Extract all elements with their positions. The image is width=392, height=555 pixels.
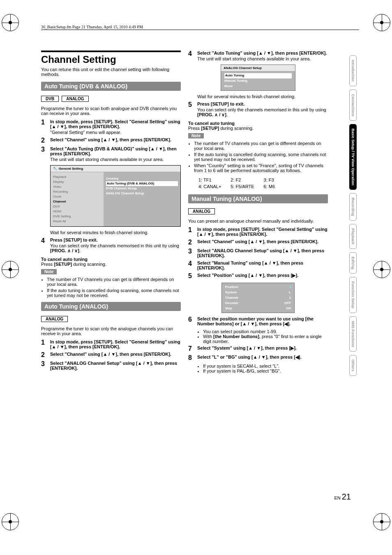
tab-connections: Connections xyxy=(349,90,357,121)
left-column: Channel Setting You can retune this unit… xyxy=(41,51,181,375)
tag-dvb: DVB xyxy=(41,96,59,102)
section1-steps: 1In stop mode, press [SETUP]. Select "Ge… xyxy=(41,119,181,162)
tag-analog-3: ANALOG xyxy=(188,208,215,214)
section-auto-tuning-analog: Auto Tuning (ANALOG) xyxy=(41,302,181,311)
registration-mark-tl xyxy=(2,14,19,31)
registration-mark-mr xyxy=(373,261,390,278)
right-column: 4Select "Auto Tuning" using [▲ / ▼], the… xyxy=(188,51,328,375)
osd-analog-channel-setup: ANALOG Channel Setup Auto Tuning Manual … xyxy=(221,64,295,91)
note-label: Note xyxy=(41,269,57,274)
wrench-icon: 🔧 xyxy=(53,167,57,170)
section1-wait: Wait for several minutes to finish chann… xyxy=(50,230,181,235)
tab-introduction: Introduction xyxy=(349,55,357,86)
tab-editing: Editing xyxy=(349,252,357,274)
france-channel-table: 1: TF12: F23: F3 4: CANAL+5: F5/ARTE6: M… xyxy=(197,176,284,190)
section1-notes: The number of TV channels you can get is… xyxy=(41,277,181,298)
side-tabs: Introduction Connections Basic Setup / T… xyxy=(349,55,361,379)
section2-steps: 1In stop mode, press [SETUP]. Select "Ge… xyxy=(41,339,181,371)
section-manual-tuning-analog: Manual Tuning (ANALOG) xyxy=(188,194,328,203)
section1-intro: Programme the tuner to scan both analogu… xyxy=(41,106,181,116)
tab-recording: Recording xyxy=(349,193,357,221)
registration-mark-tr xyxy=(373,14,390,31)
osd-manual-tuning: Position1 SystemL Channel1 DecoderOFF Sk… xyxy=(221,283,295,313)
tab-function-setup: Function Setup xyxy=(349,277,357,313)
section-auto-tuning-dvb-analog: Auto Tuning (DVB & ANALOG) xyxy=(41,82,181,91)
tab-others: Others xyxy=(349,355,357,376)
page-subtitle: You can retune this unit or edit the cha… xyxy=(41,67,181,77)
page-header-line: 30_BasicSetup.fm Page 21 Thursday, April… xyxy=(41,25,359,30)
tab-basic-setup: Basic Setup / TV View Operation xyxy=(349,124,357,190)
page-number: EN 21 xyxy=(334,492,351,502)
section2b-wait: Wait for several minutes to finish chann… xyxy=(197,94,328,99)
tab-playback: Playback xyxy=(349,224,357,249)
registration-mark-ml xyxy=(2,261,19,278)
tab-vhs-functions: VHS Functions xyxy=(349,316,357,352)
tag-analog: ANALOG xyxy=(62,96,88,102)
page-title: Channel Setting xyxy=(41,51,181,65)
registration-mark-br xyxy=(373,513,390,530)
osd-general-setting: 🔧General Setting Playback Display Video … xyxy=(50,165,181,227)
registration-mark-bl xyxy=(2,513,19,530)
cancel-heading: To cancel auto tuning xyxy=(41,257,181,262)
section2-intro: Programme the tuner to scan only the ana… xyxy=(41,326,181,336)
tag-analog-2: ANALOG xyxy=(41,316,68,322)
